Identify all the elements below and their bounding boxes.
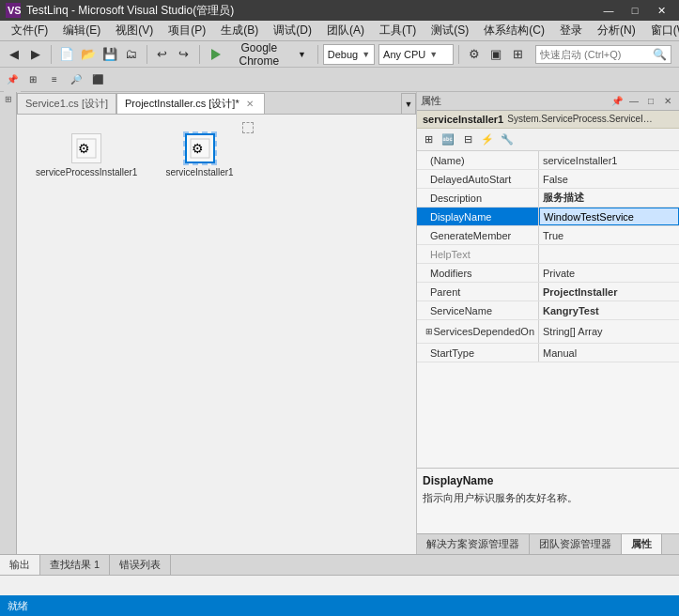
sidebar-pin-btn[interactable]: 📌 — [4, 69, 21, 90]
platform-dropdown[interactable]: Any CPU ▼ — [378, 44, 454, 65]
prop-name: Modifiers — [417, 264, 539, 282]
menu-item[interactable]: 体系结构(C) — [476, 21, 552, 40]
prop-row[interactable]: ⊞ServicesDependedOnString[] Array — [417, 320, 679, 344]
prop-row[interactable]: DelayedAutoStartFalse — [417, 170, 679, 189]
tab-service1[interactable]: Service1.cs [设计] — [17, 93, 116, 114]
tab-projectinstaller-label: ProjectInstaller.cs [设计]* — [125, 97, 239, 111]
save-all-button[interactable]: 🗂 — [121, 44, 142, 65]
properties-pin-button[interactable]: 📌 — [610, 94, 625, 109]
t2-btn3[interactable]: 🔎 — [66, 69, 86, 90]
prop-row[interactable]: GenerateMemberTrue — [417, 226, 679, 245]
separator3 — [199, 45, 200, 64]
prop-expand-icon[interactable]: ⊞ — [424, 322, 433, 341]
prop-row[interactable]: ServiceNameKangryTest — [417, 301, 679, 320]
config-dropdown[interactable]: Debug ▼ — [323, 44, 375, 65]
run-dropdown-icon: ▼ — [298, 50, 306, 59]
component-name: serviceInstaller1 — [423, 114, 503, 125]
close-button[interactable]: ✕ — [649, 2, 673, 19]
bottom-tab-0[interactable]: 输出 — [0, 555, 40, 575]
component-serviceprocessinstaller1[interactable]: ⚙ serviceProcessInstaller1 — [36, 133, 137, 177]
menu-item[interactable]: 视图(V) — [108, 21, 161, 40]
back-button[interactable]: ◀ — [4, 44, 24, 65]
bottom-tab-1[interactable]: 查找结果 1 — [40, 555, 110, 575]
prop-name: Description — [417, 189, 539, 207]
new-button[interactable]: 📄 — [56, 44, 77, 65]
save-button[interactable]: 💾 — [100, 44, 120, 65]
prop-value: KangryTest — [539, 301, 679, 319]
svg-text:⚙: ⚙ — [78, 141, 90, 156]
bottom-tab-2[interactable]: 错误列表 — [110, 555, 171, 575]
run-label: Google Chrome — [224, 41, 295, 68]
quick-launch-input[interactable] — [540, 49, 653, 60]
minimize-button[interactable]: — — [596, 2, 621, 19]
tab-scroll-arrow[interactable]: ▼ — [401, 93, 416, 114]
properties-table: (Name)serviceInstaller1DelayedAutoStartF… — [417, 151, 679, 468]
properties-close-button[interactable]: ✕ — [660, 94, 675, 109]
nav-buttons: ◀ ▶ — [4, 44, 46, 65]
menu-item[interactable]: 团队(A) — [319, 21, 372, 40]
prop-value: True — [539, 226, 679, 244]
misc-btn1[interactable]: ⚙ — [464, 44, 485, 65]
component-serviceinstaller1[interactable]: ⚙ serviceInstaller1 — [165, 133, 233, 177]
run-triangle-icon — [211, 49, 221, 60]
menu-item[interactable]: 分析(N) — [590, 21, 643, 40]
prop-name: StartType — [417, 344, 539, 362]
menu-item[interactable]: 编辑(E) — [55, 21, 108, 40]
prop-value: ProjectInstaller — [539, 283, 679, 300]
menu-item[interactable]: 工具(T) — [372, 21, 424, 40]
redo-button[interactable]: ↪ — [174, 44, 194, 65]
prop-row[interactable]: (Name)serviceInstaller1 — [417, 151, 679, 170]
menu-item[interactable]: 测试(S) — [424, 21, 476, 40]
menu-item[interactable]: 登录 — [552, 21, 590, 40]
props-events-btn[interactable]: ⚡ — [478, 131, 497, 149]
prop-name: Parent — [417, 283, 539, 300]
tab-projectinstaller[interactable]: ProjectInstaller.cs [设计]* ✕ — [116, 93, 265, 114]
footer-tab-0[interactable]: 解决方案资源管理器 — [417, 534, 530, 554]
properties-toolbar: ⊞ 🔤 ⊟ ⚡ 🔧 — [417, 129, 679, 151]
prop-row[interactable]: DisplayNameWindowTestService — [417, 208, 679, 226]
prop-name: (Name) — [417, 151, 539, 169]
maximize-button[interactable]: □ — [623, 2, 647, 19]
forward-button[interactable]: ▶ — [25, 44, 46, 65]
menu-item[interactable]: 窗口(W) — [643, 21, 679, 40]
prop-name: HelpText — [417, 245, 539, 263]
prop-row[interactable]: Description服务描述 — [417, 189, 679, 208]
misc-btn3[interactable]: ⊞ — [507, 44, 528, 65]
toolbar2-group: ⊞ ≡ 🔎 ⬛ — [23, 69, 108, 90]
prop-row[interactable]: HelpText — [417, 245, 679, 264]
props-alphabetical-btn[interactable]: 🔤 — [439, 131, 457, 149]
properties-max-button[interactable]: □ — [643, 94, 658, 109]
prop-value: serviceInstaller1 — [539, 151, 679, 169]
component-label1: serviceProcessInstaller1 — [36, 167, 137, 177]
properties-min-button[interactable]: — — [626, 94, 641, 109]
prop-info-desc: 指示向用户标识服务的友好名称。 — [423, 491, 673, 505]
component-icon2: ⚙ — [185, 133, 215, 163]
quick-launch-box[interactable]: 🔍 — [535, 45, 671, 64]
main-area: ⊞ Service1.cs [设计] ProjectInstaller.cs [… — [0, 92, 679, 554]
open-button[interactable]: 📂 — [78, 44, 99, 65]
t2-btn1[interactable]: ⊞ — [23, 69, 43, 90]
footer-tab-2[interactable]: 属性 — [622, 534, 662, 554]
prop-row[interactable]: ModifiersPrivate — [417, 264, 679, 283]
tab-projectinstaller-close[interactable]: ✕ — [243, 98, 256, 111]
props-properties-btn[interactable]: ⊟ — [458, 131, 477, 149]
t2-btn2[interactable]: ≡ — [44, 69, 65, 90]
footer-tab-1[interactable]: 团队资源管理器 — [530, 534, 622, 554]
properties-panel: 属性 📌 — □ ✕ serviceInstaller1 System.Serv… — [416, 92, 679, 554]
tab-bar: Service1.cs [设计] ProjectInstaller.cs [设计… — [17, 92, 416, 115]
prop-value: False — [539, 170, 679, 188]
separator2 — [147, 45, 147, 64]
props-categorized-btn[interactable]: ⊞ — [419, 131, 438, 149]
props-search-btn[interactable]: 🔧 — [498, 131, 517, 149]
bottom-panel: 输出查找结果 1错误列表 — [0, 554, 679, 595]
run-button[interactable]: Google Chrome ▼ — [205, 38, 313, 70]
properties-footer: 解决方案资源管理器团队资源管理器属性 — [417, 533, 679, 554]
toolbar-row2: 📌 ⊞ ≡ 🔎 ⬛ — [0, 68, 679, 92]
t2-btn4[interactable]: ⬛ — [87, 69, 108, 90]
menu-item[interactable]: 文件(F) — [4, 21, 55, 40]
prop-row[interactable]: ParentProjectInstaller — [417, 283, 679, 301]
misc-btn2[interactable]: ▣ — [486, 44, 506, 65]
undo-button[interactable]: ↩ — [152, 44, 173, 65]
prop-row[interactable]: StartTypeManual — [417, 344, 679, 362]
svg-text:⚙: ⚙ — [192, 141, 204, 156]
